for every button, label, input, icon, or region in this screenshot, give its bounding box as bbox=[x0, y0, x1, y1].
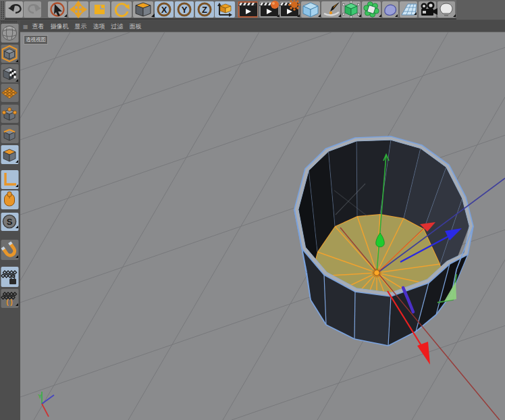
svg-text:S: S bbox=[7, 217, 13, 227]
svg-text:Z: Z bbox=[202, 5, 207, 15]
svg-text:X: X bbox=[161, 5, 167, 15]
svg-text:( ): ( ) bbox=[6, 298, 12, 306]
svg-text:Y: Y bbox=[38, 393, 42, 400]
svg-text:Y: Y bbox=[182, 5, 188, 15]
